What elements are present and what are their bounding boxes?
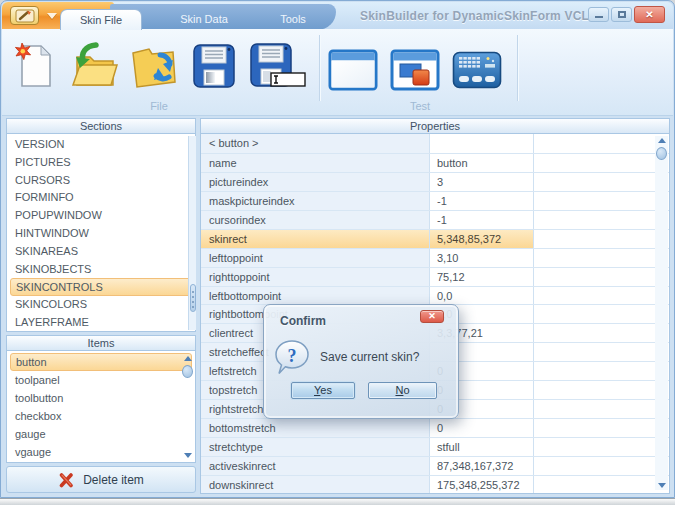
item-entry[interactable]: toolpanel: [7, 371, 195, 389]
open-folder-icon: [69, 41, 119, 91]
save-skin-button[interactable]: [188, 37, 240, 95]
app-menu-dropdown-icon[interactable]: [47, 13, 57, 19]
reload-skin-button[interactable]: [126, 37, 184, 95]
section-item[interactable]: PICTURES: [7, 154, 195, 172]
property-value[interactable]: [430, 134, 534, 153]
property-row[interactable]: bottomstretch0: [201, 418, 669, 437]
save-skin-as-button[interactable]: [246, 37, 312, 95]
minimize-button[interactable]: [588, 7, 609, 22]
property-value[interactable]: -1: [430, 192, 534, 210]
item-entry[interactable]: vgauge: [7, 443, 195, 461]
property-value[interactable]: 75,12: [430, 268, 534, 286]
question-icon: ?: [275, 340, 309, 380]
ribbon-group-label-file: File: [94, 100, 224, 112]
property-row[interactable]: activeskinrect87,348,167,372: [201, 456, 669, 475]
property-value[interactable]: 87,348,167,372: [430, 457, 534, 475]
section-item[interactable]: HINTWINDOW: [7, 225, 195, 243]
test-window-icon: [328, 49, 378, 91]
property-row[interactable]: maskpictureindex-1: [201, 191, 669, 210]
section-item[interactable]: VERSION: [7, 136, 195, 154]
section-item[interactable]: SKINCOLORS: [7, 296, 195, 314]
items-scrollbar-thumb[interactable]: [182, 365, 193, 378]
tab-strip: Skin Data Tools: [110, 4, 336, 30]
property-name: pictureindex: [201, 173, 430, 191]
property-value[interactable]: stfull: [430, 438, 534, 456]
section-item[interactable]: FORMINFO: [7, 189, 195, 207]
delete-item-button[interactable]: Delete item: [6, 466, 196, 493]
items-list: buttontoolpaneltoolbuttoncheckboxgaugevg…: [6, 351, 196, 463]
property-value[interactable]: 3: [430, 173, 534, 191]
maximize-button[interactable]: [611, 7, 632, 22]
test-form-button[interactable]: [324, 41, 382, 99]
maximize-icon: [618, 11, 626, 18]
property-value[interactable]: 3,10: [430, 249, 534, 267]
sections-header: Sections: [6, 118, 196, 134]
item-entry[interactable]: toolbutton: [7, 389, 195, 407]
scroll-up-icon[interactable]: [658, 138, 666, 143]
property-row[interactable]: stretchtypestfull: [201, 437, 669, 456]
property-row[interactable]: < button >: [201, 134, 669, 153]
scroll-up-icon[interactable]: [184, 356, 192, 361]
property-row[interactable]: leftbottompoint0,0: [201, 286, 669, 305]
property-row[interactable]: pictureindex3: [201, 172, 669, 191]
property-name: activeskinrect: [201, 457, 430, 475]
properties-header: Properties: [200, 118, 670, 134]
property-name: name: [201, 154, 430, 172]
sections-scrollbar[interactable]: [188, 136, 196, 330]
test-calculator-button[interactable]: [446, 41, 508, 99]
property-row[interactable]: righttoppoint75,12: [201, 267, 669, 286]
open-skin-button[interactable]: [66, 37, 122, 95]
property-value[interactable]: 175,348,255,372: [430, 476, 534, 494]
app-icon: [15, 9, 35, 23]
property-name: lefttoppoint: [201, 249, 430, 267]
properties-scrollbar-thumb[interactable]: [656, 147, 667, 160]
scroll-down-icon[interactable]: [184, 453, 192, 458]
no-label: No: [369, 383, 436, 398]
sections-list: VERSIONPICTURESCURSORSFORMINFOPOPUPWINDO…: [6, 134, 196, 332]
dialog-close-button[interactable]: ✕: [420, 310, 444, 323]
tab-skin-data[interactable]: Skin Data: [154, 9, 254, 30]
property-name: righttoppoint: [201, 268, 430, 286]
save-floppy-icon: [192, 43, 236, 89]
items-scrollbar[interactable]: [181, 353, 194, 461]
items-header: Items: [6, 335, 196, 351]
yes-button[interactable]: Yes: [291, 382, 355, 399]
property-value[interactable]: 0: [430, 419, 534, 437]
section-item[interactable]: SKINAREAS: [7, 243, 195, 261]
item-entry[interactable]: gauge: [7, 425, 195, 443]
calculator-icon: [452, 51, 502, 89]
window-bottom-edge: [0, 498, 675, 505]
property-value[interactable]: 5,348,85,372: [430, 230, 534, 248]
section-item[interactable]: POPUPWINDOW: [7, 207, 195, 225]
item-entry[interactable]: button: [10, 353, 192, 371]
tab-tools[interactable]: Tools: [258, 9, 328, 30]
item-entry[interactable]: checkbox: [7, 407, 195, 425]
tab-skin-file[interactable]: Skin File: [60, 9, 142, 30]
property-value[interactable]: 0,0: [430, 287, 534, 305]
svg-text:?: ?: [288, 346, 297, 366]
no-button[interactable]: No: [368, 382, 437, 399]
section-item[interactable]: SKINCONTROLS: [10, 278, 192, 296]
new-skin-button[interactable]: [8, 37, 60, 95]
reload-folder-icon: [129, 41, 181, 91]
property-value[interactable]: -1: [430, 211, 534, 229]
property-row[interactable]: downskinrect175,348,255,372: [201, 475, 669, 494]
app-menu-button[interactable]: [10, 6, 39, 25]
property-value[interactable]: button: [430, 154, 534, 172]
item-entry[interactable]: radiobox: [7, 461, 195, 463]
property-name: cursorindex: [201, 211, 430, 229]
properties-scrollbar[interactable]: [655, 136, 668, 490]
property-row[interactable]: namebutton: [201, 153, 669, 172]
property-row[interactable]: cursorindex-1: [201, 210, 669, 229]
scroll-down-icon[interactable]: [658, 483, 666, 488]
section-item[interactable]: SKINOBJECTS: [7, 261, 195, 279]
sections-scrollbar-thumb[interactable]: [190, 284, 196, 312]
test-objects-button[interactable]: [386, 41, 444, 99]
delete-item-label: Delete item: [83, 473, 144, 487]
close-button[interactable]: ✕: [634, 6, 665, 23]
section-item[interactable]: LAYERFRAME: [7, 314, 195, 332]
section-item[interactable]: CURSORS: [7, 172, 195, 190]
property-row[interactable]: lefttoppoint3,10: [201, 248, 669, 267]
property-row[interactable]: skinrect5,348,85,372: [201, 229, 669, 248]
save-as-floppy-icon: [249, 42, 309, 90]
